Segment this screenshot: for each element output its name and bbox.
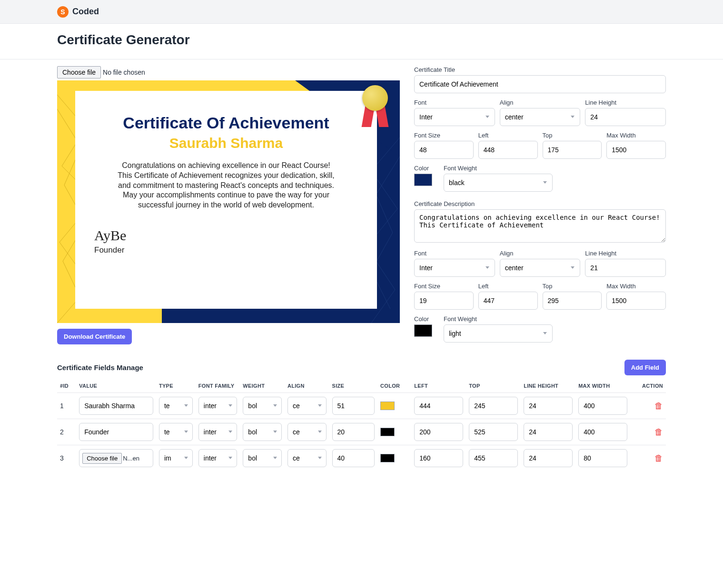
th-id: #ID xyxy=(57,379,76,393)
th-value: VALUE xyxy=(76,379,156,393)
row-align-select[interactable]: ce xyxy=(287,449,327,467)
trash-icon[interactable]: 🗑 xyxy=(654,427,663,437)
title-line-height-input[interactable] xyxy=(585,108,666,126)
certificate-title-label: Certificate Title xyxy=(414,66,666,73)
th-font-family: FONT FAMILY xyxy=(196,379,240,393)
certificate-title-input[interactable] xyxy=(414,75,666,93)
row-top-input[interactable] xyxy=(469,449,518,467)
th-size: SIZE xyxy=(329,379,378,393)
choose-file-button[interactable]: Choose file xyxy=(57,66,101,78)
divider xyxy=(0,59,723,59)
row-size-input[interactable] xyxy=(332,423,375,441)
desc-max-width-input[interactable] xyxy=(606,292,666,310)
desc-font-weight-label: Font Weight xyxy=(444,315,553,323)
certificate-role: Founder xyxy=(94,245,358,255)
desc-top-label: Top xyxy=(543,283,602,290)
row-font-family-select[interactable]: inter xyxy=(198,449,238,467)
desc-font-label: Font xyxy=(414,250,495,257)
row-line-height-input[interactable] xyxy=(524,449,573,467)
brand-logo-icon: S xyxy=(57,6,69,18)
th-align: ALIGN xyxy=(285,379,329,393)
row-color-swatch[interactable] xyxy=(380,402,395,410)
title-font-size-input[interactable] xyxy=(414,141,474,159)
title-top-label: Top xyxy=(543,132,602,139)
row-weight-select[interactable]: bol xyxy=(243,397,282,415)
th-type: TYPE xyxy=(156,379,196,393)
row-color-swatch[interactable] xyxy=(380,454,395,462)
row-left-input[interactable] xyxy=(414,423,463,441)
row-color-swatch[interactable] xyxy=(380,428,395,436)
certificate-signature: AyBe xyxy=(94,227,358,244)
desc-font-weight-select[interactable]: light xyxy=(444,324,553,343)
desc-max-width-label: Max Width xyxy=(606,283,666,290)
row-top-input[interactable] xyxy=(469,397,518,415)
title-color-swatch[interactable] xyxy=(414,174,432,186)
download-certificate-button[interactable]: Download Certificate xyxy=(57,329,132,344)
page-title: Certificate Generator xyxy=(57,32,666,48)
row-font-family-select[interactable]: inter xyxy=(198,423,238,441)
row-left-input[interactable] xyxy=(414,397,463,415)
row-max-width-input[interactable] xyxy=(578,423,627,441)
row-type-select[interactable]: te xyxy=(159,423,193,441)
th-left: LEFT xyxy=(411,379,466,393)
trash-icon[interactable]: 🗑 xyxy=(654,453,663,463)
brand: S Coded xyxy=(57,6,99,18)
row-file-button[interactable]: Choose file xyxy=(82,453,122,464)
row-align-select[interactable]: ce xyxy=(287,423,327,441)
title-left-input[interactable] xyxy=(478,141,538,159)
row-id: 2 xyxy=(57,419,76,445)
table-row: 2 te inter bol ce 🗑 xyxy=(57,419,666,445)
desc-color-label: Color xyxy=(414,315,439,323)
row-size-input[interactable] xyxy=(332,397,375,415)
row-type-select[interactable]: im xyxy=(159,449,193,467)
desc-align-select[interactable]: center xyxy=(500,259,581,277)
row-align-select[interactable]: ce xyxy=(287,397,327,415)
certificate-title: Certificate Of Achievement xyxy=(94,114,358,132)
row-left-input[interactable] xyxy=(414,449,463,467)
title-font-size-label: Font Size xyxy=(414,132,474,139)
table-row: 3 Choose fileN...en im inter bol ce 🗑 xyxy=(57,445,666,471)
title-align-label: Align xyxy=(500,99,581,106)
desc-line-height-label: Line Height xyxy=(585,250,666,257)
row-top-input[interactable] xyxy=(469,423,518,441)
certificate-description-input[interactable] xyxy=(414,209,666,243)
row-line-height-input[interactable] xyxy=(524,423,573,441)
row-value-input[interactable] xyxy=(79,397,153,415)
desc-left-label: Left xyxy=(478,283,538,290)
th-weight: WEIGHT xyxy=(240,379,285,393)
title-font-weight-select[interactable]: black xyxy=(444,174,553,192)
desc-font-select[interactable]: Inter xyxy=(414,259,495,277)
row-max-width-input[interactable] xyxy=(578,449,627,467)
trash-icon[interactable]: 🗑 xyxy=(654,401,663,411)
brand-name: Coded xyxy=(72,7,99,17)
th-top: TOP xyxy=(466,379,521,393)
desc-color-swatch[interactable] xyxy=(414,324,432,337)
desc-line-height-input[interactable] xyxy=(585,259,666,277)
row-type-select[interactable]: te xyxy=(159,397,193,415)
title-max-width-input[interactable] xyxy=(606,141,666,159)
row-line-height-input[interactable] xyxy=(524,397,573,415)
certificate-description: Congratulations on achieving excellence … xyxy=(114,161,338,210)
desc-top-input[interactable] xyxy=(543,292,602,310)
title-font-select[interactable]: Inter xyxy=(414,108,495,126)
add-field-button[interactable]: Add Field xyxy=(624,360,666,375)
row-weight-select[interactable]: bol xyxy=(243,449,282,467)
row-weight-select[interactable]: bol xyxy=(243,423,282,441)
row-max-width-input[interactable] xyxy=(578,397,627,415)
row-size-input[interactable] xyxy=(332,449,375,467)
title-font-weight-label: Font Weight xyxy=(444,165,553,172)
row-id: 3 xyxy=(57,445,76,471)
title-font-label: Font xyxy=(414,99,495,106)
th-color: COLOR xyxy=(377,379,411,393)
desc-font-size-input[interactable] xyxy=(414,292,474,310)
title-align-select[interactable]: center xyxy=(500,108,581,126)
row-id: 1 xyxy=(57,393,76,419)
ribbon-icon xyxy=(359,85,391,133)
desc-left-input[interactable] xyxy=(478,292,538,310)
title-color-label: Color xyxy=(414,165,439,172)
row-font-family-select[interactable]: inter xyxy=(198,397,238,415)
th-action: ACTION xyxy=(630,379,666,393)
row-value-input[interactable] xyxy=(79,423,153,441)
title-max-width-label: Max Width xyxy=(606,132,666,139)
title-top-input[interactable] xyxy=(543,141,602,159)
